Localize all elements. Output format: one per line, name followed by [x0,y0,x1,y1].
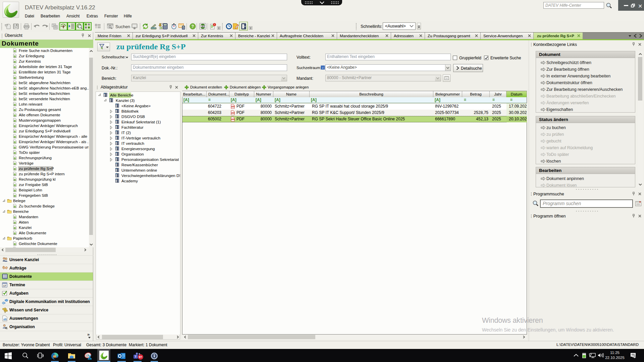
svg-text:17: 17 [3,284,6,287]
svg-text:PDF: PDF [231,106,234,107]
svg-text:T: T [135,355,137,358]
svg-text:PDF: PDF [231,118,234,120]
svg-text:?: ? [192,24,194,29]
svg-text:PDF: PDF [231,112,234,114]
svg-text:LEX: LEX [201,25,205,27]
svg-text:!: ! [214,23,215,26]
